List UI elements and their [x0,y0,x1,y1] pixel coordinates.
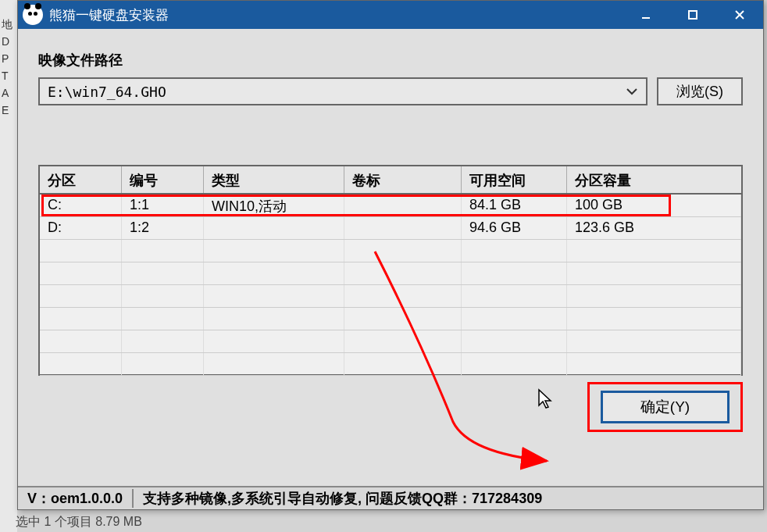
header-size[interactable]: 分区容量 [567,166,741,193]
minimize-button[interactable] [623,1,669,29]
cell-size: 100 GB [567,195,741,216]
installer-window: 熊猫一键硬盘安装器 映像文件路径 E:\win7_64.GHO 浏览(S [17,0,764,510]
image-path-value: E:\win7_64.GHO [48,84,626,100]
panda-icon [23,5,43,25]
maximize-button[interactable] [669,1,716,29]
cell-size: 123.6 GB [567,217,741,239]
cell-number: 1:2 [122,217,204,239]
header-partition[interactable]: 分区 [40,166,122,193]
header-number[interactable]: 编号 [122,166,204,193]
cell-free: 84.1 GB [462,195,567,216]
background-explorer-strip: 地 D P T A E [0,0,17,532]
annotation-highlight-ok: 确定(Y) [587,382,743,432]
titlebar: 熊猫一键硬盘安装器 [18,1,763,29]
statusbar: V：oem1.0.0.0 支持多种镜像,多系统引导自动修复, 问题反馈QQ群：7… [18,486,763,509]
image-path-combo[interactable]: E:\win7_64.GHO [38,77,647,105]
table-row[interactable]: C: 1:1 WIN10,活动 84.1 GB 100 GB [40,195,741,217]
cell-volume [344,195,462,216]
header-free[interactable]: 可用空间 [462,166,567,193]
cell-partition: C: [40,195,122,216]
close-button[interactable] [716,1,763,29]
ok-button[interactable]: 确定(Y) [601,391,730,423]
browse-button[interactable]: 浏览(S) [657,77,743,105]
status-support-text: 支持多种镜像,多系统引导自动修复, 问题反馈QQ群：717284309 [134,489,763,508]
table-row[interactable]: D: 1:2 94.6 GB 123.6 GB [40,217,741,240]
window-title: 熊猫一键硬盘安装器 [49,6,623,24]
partition-table: 分区 编号 类型 卷标 可用空间 分区容量 C: [38,165,743,376]
header-type[interactable]: 类型 [204,166,344,193]
svg-rect-1 [689,11,697,19]
cell-number: 1:1 [122,195,204,216]
image-path-label: 映像文件路径 [38,51,743,70]
status-version: V：oem1.0.0.0 [18,489,134,508]
chevron-down-icon [626,85,638,98]
cell-free: 94.6 GB [462,217,567,239]
cell-volume [344,217,462,239]
background-statusbar-text: 选中 1 个项目 8.79 MB [16,514,142,530]
cell-type [204,217,344,239]
table-header-row: 分区 编号 类型 卷标 可用空间 分区容量 [40,166,741,195]
cell-partition: D: [40,217,122,239]
cell-type: WIN10,活动 [204,195,344,216]
header-volume[interactable]: 卷标 [344,166,462,193]
